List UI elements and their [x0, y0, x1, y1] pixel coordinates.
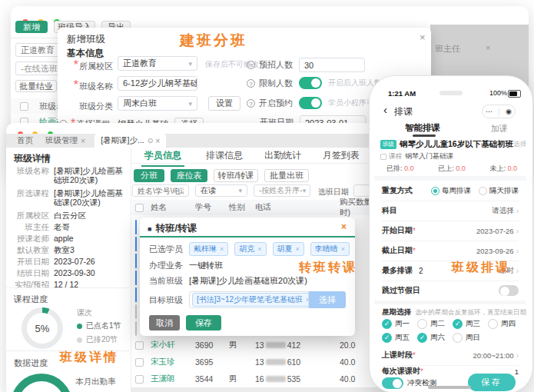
course-icon	[380, 154, 386, 160]
tab-monthly-signin[interactable]: 月签到表	[323, 149, 360, 167]
row-checkbox[interactable]	[135, 288, 137, 302]
remove-tag-icon[interactable]: ×	[296, 245, 300, 253]
student-tag[interactable]: 胡克×	[234, 242, 266, 256]
back-icon[interactable]: ‹	[383, 103, 387, 116]
campus-select[interactable]: 正道教育 ▾	[118, 56, 197, 71]
end-date-row[interactable]: 截止日期* 2023-09-26›	[382, 241, 519, 261]
tab-student-info[interactable]: 学员信息	[141, 149, 184, 167]
category-select[interactable]: 周末白班 ▾	[118, 96, 197, 111]
seat-chart-button[interactable]: 座位表	[171, 169, 207, 182]
choose-target-button[interactable]: 选择	[309, 291, 346, 308]
row-checkbox[interactable]	[135, 271, 137, 285]
modal-header: ■ 转班/转课	[148, 222, 197, 235]
blurred-phone	[266, 359, 286, 365]
batch-finish-button[interactable]: 批量结业	[15, 80, 57, 92]
table-row[interactable]: 王潇朗 3544 男 16535 40.0	[132, 370, 387, 388]
add-class-button[interactable]: 新增	[15, 21, 48, 33]
student-search-input[interactable]	[132, 184, 189, 197]
tab-class-manage[interactable]: 班级管理 ×	[45, 135, 85, 146]
weekday-checkbox[interactable]: ✓周六	[417, 333, 453, 343]
close-tab-icon[interactable]: ×	[81, 136, 85, 145]
close-circle-icon[interactable]: ◉	[506, 108, 512, 115]
section-gap	[374, 301, 526, 304]
sort-filter-select[interactable]: -按姓名升序- ▾	[254, 184, 310, 197]
row-checkbox[interactable]	[135, 238, 137, 251]
tab-current-class[interactable]: [暑期课]少... ⊙ ×	[95, 134, 166, 148]
weekday-checkbox[interactable]: ✓周五	[382, 333, 417, 343]
green-dot-icon	[77, 324, 82, 329]
start-date-row[interactable]: 开始日期* 2023-07-26›	[382, 221, 519, 241]
row-checkbox[interactable]	[135, 341, 144, 350]
tab-schedule-info[interactable]: 排课信息	[206, 149, 243, 167]
weekday-checkbox[interactable]: ✓周日	[453, 333, 488, 343]
target-class-tag[interactable]: [书法]3~12少年硬笔毛笔基础班 ×	[192, 293, 309, 307]
weekday-checkbox[interactable]: ✓周一	[382, 319, 417, 329]
remove-tag-icon[interactable]: ×	[220, 245, 224, 253]
save-button[interactable]: 保存	[186, 315, 221, 331]
divide-class-button[interactable]: 分班	[134, 169, 164, 182]
weekday-checkbox[interactable]: ✓周三	[453, 319, 488, 329]
remove-tag-icon[interactable]: ×	[257, 245, 261, 253]
radio-weekly[interactable]	[431, 187, 439, 195]
dialog-close-icon[interactable]: ×	[420, 32, 426, 43]
row-checkbox[interactable]	[135, 375, 144, 384]
remove-tag-icon[interactable]: ×	[341, 245, 345, 253]
clear-icon[interactable]: ×	[486, 43, 490, 52]
cancel-button[interactable]: 取消	[149, 315, 180, 331]
scrollbar-track[interactable]	[131, 387, 390, 392]
class-name-input[interactable]: 6-12岁少儿钢琴基础周末班	[118, 76, 197, 91]
status-filter-select[interactable]: 在读 ▾	[195, 184, 247, 197]
radio-alternate[interactable]	[479, 187, 487, 195]
modal-close-icon[interactable]: ×	[341, 221, 347, 232]
row-checkbox[interactable]	[135, 322, 137, 336]
annotation-build-class: 建班分班	[180, 31, 247, 51]
help-icon[interactable]: ?	[247, 99, 255, 108]
class-time-row[interactable]: 上课时段* 20:00~21:00›	[382, 345, 519, 366]
home-indicator[interactable]	[428, 386, 471, 389]
quota-input[interactable]: 30	[299, 58, 365, 72]
select-all-checkbox[interactable]	[20, 102, 28, 111]
student-tag[interactable]: 李晴晴×	[310, 242, 350, 256]
tab-home[interactable]: 首页	[17, 135, 33, 146]
select-all-checkbox[interactable]	[135, 204, 144, 212]
close-tab-icon[interactable]: ×	[155, 136, 160, 145]
tab-smart-schedule[interactable]: 智能排课	[405, 122, 440, 134]
tab-attendance[interactable]: 出勤统计	[264, 149, 301, 167]
phone-save-button[interactable]: 保存	[468, 374, 516, 391]
holiday-toggle[interactable]	[499, 285, 519, 296]
dialog-title: 新增班级	[67, 33, 105, 46]
booking-toggle[interactable]	[299, 97, 322, 109]
chevron-right-icon: ›	[516, 267, 519, 275]
weekday-checkbox[interactable]: ✓周四	[488, 319, 523, 329]
weekday-checkbox[interactable]: ✓周二	[417, 319, 453, 329]
choose-class-link[interactable]: 选择班级›	[513, 140, 526, 149]
class-card-title-row[interactable]: 班级 钢琴少儿儿童16岁以下基础初班 选择班级›	[380, 139, 522, 150]
row-checkbox[interactable]	[135, 254, 137, 268]
help-icon[interactable]: ?	[247, 79, 255, 88]
student-name-link[interactable]: 王潇朗	[151, 374, 195, 384]
row-checkbox[interactable]	[135, 305, 137, 319]
field-row: 开班日期 2023-07-26	[11, 257, 129, 266]
transfer-class-button[interactable]: 转班/转课	[214, 169, 258, 182]
table-row[interactable]: 宋玉珍 3695 13610 40.0	[132, 354, 387, 371]
batch-remove-button[interactable]: 批量出班	[264, 169, 309, 182]
student-tag[interactable]: 戴梓琳×	[189, 242, 228, 256]
teacher-field-fragment: 班主任	[435, 43, 460, 55]
table-row[interactable]: 宋小轩 3690 男 13412 20.0	[132, 337, 387, 354]
target-class-input[interactable]: [书法]3~12少年硬笔毛笔基础班 ×	[189, 291, 309, 308]
conflict-toggle[interactable]	[382, 377, 403, 389]
category-settings-button[interactable]: 设置	[208, 96, 240, 111]
subject-row[interactable]: 科目 请选择›	[382, 201, 519, 221]
student-name-link[interactable]: 宋小轩	[151, 340, 195, 350]
limit-toggle[interactable]	[299, 77, 322, 89]
field-row: 所属校区 白云分区	[11, 211, 129, 220]
more-dots-icon[interactable]: ⋯	[486, 108, 493, 115]
tab-add-lesson[interactable]: 加课	[491, 123, 508, 135]
chevron-right-icon: ›	[516, 247, 519, 255]
student-name-link[interactable]: 宋玉珍	[151, 357, 195, 367]
row-checkbox[interactable]	[135, 358, 144, 367]
student-tag[interactable]: 胡夏×	[273, 242, 304, 256]
row-checkbox[interactable]	[135, 221, 137, 234]
annotation-schedule: 班级排课	[452, 260, 510, 276]
help-icon[interactable]: ?	[247, 61, 255, 69]
